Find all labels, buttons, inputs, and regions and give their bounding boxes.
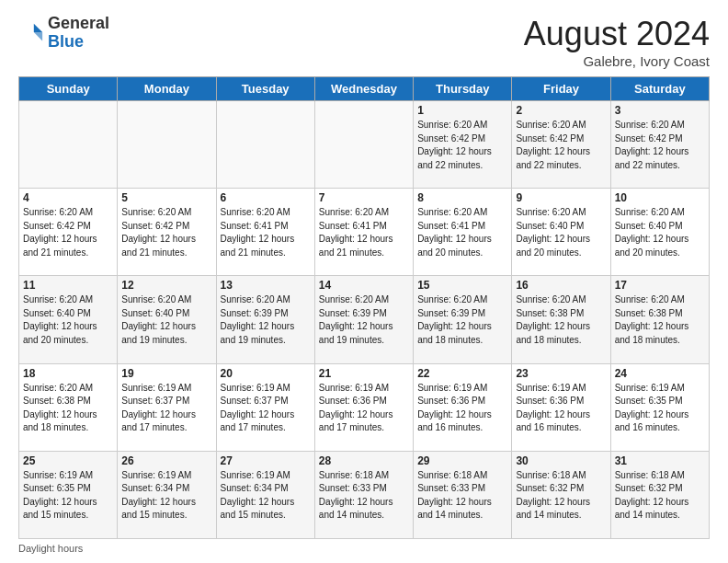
day-info: Sunrise: 6:20 AM Sunset: 6:42 PM Dayligh… xyxy=(23,206,113,259)
day-info: Sunrise: 6:19 AM Sunset: 6:36 PM Dayligh… xyxy=(417,382,507,435)
day-number: 11 xyxy=(23,279,113,292)
logo-icon xyxy=(18,20,44,46)
day-info: Sunrise: 6:20 AM Sunset: 6:39 PM Dayligh… xyxy=(221,293,311,347)
calendar-day-cell: 13Sunrise: 6:20 AM Sunset: 6:39 PM Dayli… xyxy=(216,276,314,363)
day-number: 31 xyxy=(615,454,705,467)
day-info: Sunrise: 6:20 AM Sunset: 6:41 PM Dayligh… xyxy=(417,206,507,259)
day-number: 5 xyxy=(121,191,211,204)
day-number: 30 xyxy=(516,454,606,467)
calendar-day-cell: 17Sunrise: 6:20 AM Sunset: 6:38 PM Dayli… xyxy=(610,276,709,363)
page: General Blue August 2024 Galebre, Ivory … xyxy=(0,0,728,563)
day-number: 23 xyxy=(516,367,606,380)
logo: General Blue xyxy=(18,15,109,52)
day-number: 9 xyxy=(516,191,606,204)
calendar-day-cell: 10Sunrise: 6:20 AM Sunset: 6:40 PM Dayli… xyxy=(610,189,709,276)
calendar-day-cell: 31Sunrise: 6:18 AM Sunset: 6:32 PM Dayli… xyxy=(610,451,709,538)
calendar-day-cell: 30Sunrise: 6:18 AM Sunset: 6:32 PM Dayli… xyxy=(512,451,610,538)
day-info: Sunrise: 6:20 AM Sunset: 6:38 PM Dayligh… xyxy=(516,293,606,347)
calendar-week-row: 25Sunrise: 6:19 AM Sunset: 6:35 PM Dayli… xyxy=(19,451,710,538)
calendar-header-row: SundayMondayTuesdayWednesdayThursdayFrid… xyxy=(19,77,710,101)
calendar-day-cell: 15Sunrise: 6:20 AM Sunset: 6:39 PM Dayli… xyxy=(414,276,512,363)
calendar-day-cell: 9Sunrise: 6:20 AM Sunset: 6:40 PM Daylig… xyxy=(512,189,610,276)
day-number: 3 xyxy=(615,104,705,117)
calendar-day-cell xyxy=(216,101,314,189)
day-number: 26 xyxy=(121,454,211,467)
day-number: 18 xyxy=(23,367,113,380)
calendar-day-cell: 11Sunrise: 6:20 AM Sunset: 6:40 PM Dayli… xyxy=(19,276,118,363)
calendar-day-cell xyxy=(19,101,118,189)
svg-marker-0 xyxy=(34,24,42,32)
day-info: Sunrise: 6:20 AM Sunset: 6:40 PM Dayligh… xyxy=(516,206,606,259)
day-number: 24 xyxy=(615,367,705,380)
calendar-day-cell: 6Sunrise: 6:20 AM Sunset: 6:41 PM Daylig… xyxy=(216,189,314,276)
calendar-day-header: Friday xyxy=(512,77,610,101)
calendar-week-row: 4Sunrise: 6:20 AM Sunset: 6:42 PM Daylig… xyxy=(19,189,710,276)
calendar-week-row: 11Sunrise: 6:20 AM Sunset: 6:40 PM Dayli… xyxy=(19,276,710,363)
calendar-week-row: 18Sunrise: 6:20 AM Sunset: 6:38 PM Dayli… xyxy=(19,363,710,451)
day-info: Sunrise: 6:20 AM Sunset: 6:39 PM Dayligh… xyxy=(417,293,507,347)
calendar-day-cell: 28Sunrise: 6:18 AM Sunset: 6:33 PM Dayli… xyxy=(314,451,413,538)
title-block: August 2024 Galebre, Ivory Coast xyxy=(524,15,710,69)
logo-text: General Blue xyxy=(48,15,109,52)
day-info: Sunrise: 6:20 AM Sunset: 6:42 PM Dayligh… xyxy=(121,206,211,259)
day-info: Sunrise: 6:20 AM Sunset: 6:41 PM Dayligh… xyxy=(319,206,409,259)
calendar-day-cell: 8Sunrise: 6:20 AM Sunset: 6:41 PM Daylig… xyxy=(414,189,512,276)
logo-general-text: General xyxy=(48,14,109,32)
day-number: 4 xyxy=(23,191,113,204)
calendar-day-cell: 24Sunrise: 6:19 AM Sunset: 6:35 PM Dayli… xyxy=(610,363,709,451)
day-info: Sunrise: 6:20 AM Sunset: 6:38 PM Dayligh… xyxy=(615,293,705,347)
day-number: 1 xyxy=(417,104,507,117)
day-number: 16 xyxy=(516,279,606,292)
calendar-day-cell: 16Sunrise: 6:20 AM Sunset: 6:38 PM Dayli… xyxy=(512,276,610,363)
calendar-day-cell: 27Sunrise: 6:19 AM Sunset: 6:34 PM Dayli… xyxy=(216,451,314,538)
calendar-day-cell xyxy=(314,101,413,189)
calendar-day-cell: 14Sunrise: 6:20 AM Sunset: 6:39 PM Dayli… xyxy=(314,276,413,363)
day-info: Sunrise: 6:20 AM Sunset: 6:38 PM Dayligh… xyxy=(23,382,113,435)
day-number: 7 xyxy=(319,191,409,204)
calendar-day-cell: 26Sunrise: 6:19 AM Sunset: 6:34 PM Dayli… xyxy=(118,451,216,538)
calendar-day-cell: 4Sunrise: 6:20 AM Sunset: 6:42 PM Daylig… xyxy=(19,189,118,276)
day-number: 8 xyxy=(417,191,507,204)
calendar-table: SundayMondayTuesdayWednesdayThursdayFrid… xyxy=(18,76,710,539)
calendar-day-header: Thursday xyxy=(414,77,512,101)
day-number: 10 xyxy=(615,191,705,204)
day-number: 14 xyxy=(319,279,409,292)
day-number: 27 xyxy=(221,454,311,467)
day-info: Sunrise: 6:19 AM Sunset: 6:35 PM Dayligh… xyxy=(615,382,705,435)
calendar-day-cell: 1Sunrise: 6:20 AM Sunset: 6:42 PM Daylig… xyxy=(414,101,512,189)
day-info: Sunrise: 6:19 AM Sunset: 6:37 PM Dayligh… xyxy=(221,382,311,435)
day-number: 20 xyxy=(221,367,311,380)
day-info: Sunrise: 6:20 AM Sunset: 6:40 PM Dayligh… xyxy=(23,293,113,347)
calendar-day-cell: 29Sunrise: 6:18 AM Sunset: 6:33 PM Dayli… xyxy=(414,451,512,538)
day-info: Sunrise: 6:20 AM Sunset: 6:42 PM Dayligh… xyxy=(516,119,606,172)
calendar-day-header: Sunday xyxy=(19,77,118,101)
day-info: Sunrise: 6:19 AM Sunset: 6:34 PM Dayligh… xyxy=(221,469,311,523)
day-number: 21 xyxy=(319,367,409,380)
day-info: Sunrise: 6:20 AM Sunset: 6:40 PM Dayligh… xyxy=(615,206,705,259)
calendar-day-header: Tuesday xyxy=(216,77,314,101)
calendar-day-cell: 19Sunrise: 6:19 AM Sunset: 6:37 PM Dayli… xyxy=(118,363,216,451)
day-number: 22 xyxy=(417,367,507,380)
calendar-day-cell: 3Sunrise: 6:20 AM Sunset: 6:42 PM Daylig… xyxy=(610,101,709,189)
calendar-day-cell: 23Sunrise: 6:19 AM Sunset: 6:36 PM Dayli… xyxy=(512,363,610,451)
header: General Blue August 2024 Galebre, Ivory … xyxy=(18,15,710,69)
calendar-day-cell: 22Sunrise: 6:19 AM Sunset: 6:36 PM Dayli… xyxy=(414,363,512,451)
day-number: 29 xyxy=(417,454,507,467)
calendar-day-cell: 20Sunrise: 6:19 AM Sunset: 6:37 PM Dayli… xyxy=(216,363,314,451)
calendar-day-cell: 2Sunrise: 6:20 AM Sunset: 6:42 PM Daylig… xyxy=(512,101,610,189)
calendar-day-header: Wednesday xyxy=(314,77,413,101)
day-info: Sunrise: 6:19 AM Sunset: 6:37 PM Dayligh… xyxy=(121,382,211,435)
calendar-day-cell xyxy=(118,101,216,189)
day-info: Sunrise: 6:18 AM Sunset: 6:33 PM Dayligh… xyxy=(417,469,507,523)
day-number: 17 xyxy=(615,279,705,292)
calendar-day-header: Saturday xyxy=(610,77,709,101)
day-info: Sunrise: 6:19 AM Sunset: 6:35 PM Dayligh… xyxy=(23,469,113,523)
day-number: 25 xyxy=(23,454,113,467)
day-number: 15 xyxy=(417,279,507,292)
day-number: 19 xyxy=(121,367,211,380)
calendar-day-cell: 12Sunrise: 6:20 AM Sunset: 6:40 PM Dayli… xyxy=(118,276,216,363)
day-info: Sunrise: 6:18 AM Sunset: 6:33 PM Dayligh… xyxy=(319,469,409,523)
day-info: Sunrise: 6:18 AM Sunset: 6:32 PM Dayligh… xyxy=(615,469,705,523)
logo-blue-text: Blue xyxy=(48,32,84,51)
calendar-day-cell: 21Sunrise: 6:19 AM Sunset: 6:36 PM Dayli… xyxy=(314,363,413,451)
